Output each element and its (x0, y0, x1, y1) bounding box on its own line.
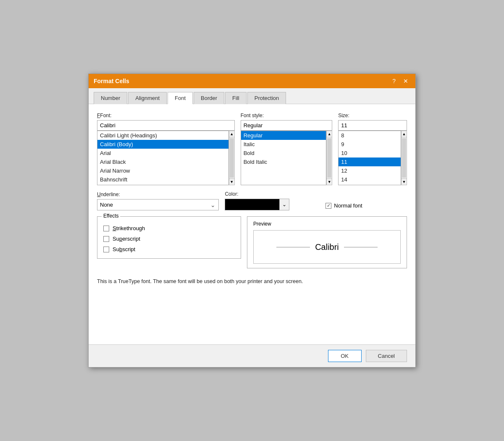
preview-label: Preview (253, 221, 401, 227)
close-button[interactable]: ✕ (401, 77, 410, 85)
size-column: Size: 8 9 10 11 12 14 ▲ ▼ (338, 113, 407, 185)
ok-button[interactable]: OK (328, 350, 362, 362)
preview-text: Calibri (310, 242, 344, 252)
style-label: Font style: (241, 113, 332, 118)
color-swatch[interactable] (225, 199, 279, 210)
list-item[interactable]: Calibri (Body) (97, 140, 228, 149)
title-bar: Format Cells ? ✕ (89, 74, 415, 88)
list-item[interactable]: Bold (241, 149, 326, 158)
tab-border[interactable]: Border (194, 92, 224, 104)
list-item[interactable]: Arial Narrow (97, 166, 228, 175)
effects-column: Effects Strikethrough Superscript Subscr… (97, 216, 241, 259)
list-item[interactable]: 9 (339, 140, 401, 149)
underline-row: Underline: None Single Double Color: ⌄ (97, 191, 407, 210)
list-item[interactable]: Bahnschrift (97, 175, 228, 184)
subscript-item[interactable]: Subscript (103, 246, 235, 252)
underline-select[interactable]: None Single Double (97, 199, 219, 210)
preview-group: Preview Calibri (247, 216, 407, 268)
effects-group: Effects Strikethrough Superscript Subscr… (97, 216, 241, 259)
list-item[interactable]: Calibri Light (Headings) (97, 131, 228, 140)
strikethrough-checkbox[interactable] (103, 226, 109, 231)
color-column: Color: ⌄ (225, 191, 320, 210)
tab-protection[interactable]: Protection (247, 92, 286, 104)
superscript-checkbox[interactable] (103, 236, 109, 242)
font-column: FFont: Calibri Light (Headings) Calibri … (97, 113, 235, 185)
underline-column: Underline: None Single Double (97, 192, 219, 210)
normal-font-checkbox[interactable] (326, 203, 331, 209)
superscript-item[interactable]: Superscript (103, 236, 235, 242)
font-input[interactable] (97, 120, 235, 131)
list-item[interactable]: Bold Italic (241, 158, 326, 166)
list-item[interactable]: Arial (97, 149, 228, 158)
color-label: Color: (225, 191, 320, 197)
subscript-checkbox[interactable] (103, 247, 109, 252)
strikethrough-item[interactable]: Strikethrough (103, 225, 235, 231)
normal-font-column: Normal font (326, 202, 407, 210)
preview-line-left (276, 247, 310, 247)
list-item[interactable]: 10 (339, 149, 401, 158)
size-list[interactable]: 8 9 10 11 12 14 (338, 131, 401, 185)
list-item[interactable]: Arial Black (97, 158, 228, 166)
normal-font-label[interactable]: Normal font (326, 202, 362, 209)
info-text: This is a TrueType font. The same font w… (97, 278, 407, 286)
preview-content: Calibri (254, 242, 400, 252)
superscript-label: Superscript (113, 236, 140, 242)
title-bar-buttons: ? ✕ (390, 77, 410, 85)
dialog-title: Format Cells (94, 78, 129, 84)
subscript-label: Subscript (113, 246, 135, 252)
format-cells-dialog: Format Cells ? ✕ Number Alignment Font B… (88, 74, 416, 368)
list-item[interactable]: 8 (339, 131, 401, 140)
font-label: FFont: (97, 113, 235, 118)
underline-label: Underline: (97, 192, 219, 197)
bottom-row: Effects Strikethrough Superscript Subscr… (97, 216, 407, 268)
tab-fill[interactable]: Fill (225, 92, 247, 104)
size-input[interactable] (338, 120, 407, 131)
cancel-button[interactable]: Cancel (366, 350, 407, 362)
list-item[interactable]: Regular (241, 131, 326, 140)
font-list-scrollbar[interactable]: ▲ ▼ (229, 131, 235, 185)
underline-select-wrap: None Single Double (97, 199, 219, 210)
tab-font[interactable]: Font (168, 92, 193, 104)
help-button[interactable]: ? (390, 77, 398, 85)
style-column: Font style: Regular Italic Bold Bold Ita… (241, 113, 332, 185)
style-list[interactable]: Regular Italic Bold Bold Italic (241, 131, 326, 185)
preview-column: Preview Calibri (247, 216, 407, 268)
tab-number[interactable]: Number (94, 92, 127, 104)
size-label: Size: (338, 113, 407, 118)
style-list-scrollbar[interactable]: ▲ ▼ (326, 131, 332, 185)
list-item[interactable]: 11 (339, 158, 401, 166)
effects-legend: Effects (102, 213, 120, 219)
color-wrap: ⌄ (225, 199, 320, 210)
strikethrough-label: Strikethrough (113, 225, 145, 231)
top-row: FFont: Calibri Light (Headings) Calibri … (97, 113, 407, 185)
dialog-footer: OK Cancel (89, 344, 415, 367)
list-item[interactable]: 12 (339, 166, 401, 175)
tab-content: FFont: Calibri Light (Headings) Calibri … (89, 104, 415, 344)
color-dropdown-button[interactable]: ⌄ (279, 199, 289, 210)
list-item[interactable]: 14 (339, 175, 401, 184)
size-list-scrollbar[interactable]: ▲ ▼ (401, 131, 407, 185)
preview-box: Calibri (253, 230, 401, 264)
list-item[interactable]: Italic (241, 140, 326, 149)
style-input[interactable] (241, 120, 332, 131)
tab-bar: Number Alignment Font Border Fill Protec… (89, 88, 415, 104)
preview-line-right (344, 247, 378, 247)
tab-alignment[interactable]: Alignment (128, 92, 167, 104)
font-list[interactable]: Calibri Light (Headings) Calibri (Body) … (97, 131, 229, 185)
